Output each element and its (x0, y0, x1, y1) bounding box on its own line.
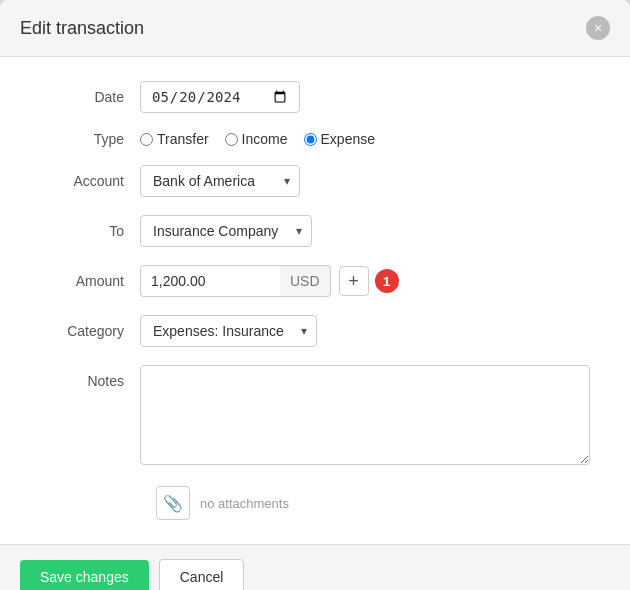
type-row: Type Transfer Income Expense (40, 131, 590, 147)
add-amount-button[interactable]: + (339, 266, 369, 296)
amount-label: Amount (40, 273, 140, 289)
modal-body: Date Type Transfer Income Expense (0, 57, 630, 544)
category-field-wrapper: Expenses: Insurance Expenses: Other ▾ (140, 315, 590, 347)
category-select-wrapper: Expenses: Insurance Expenses: Other ▾ (140, 315, 317, 347)
date-input[interactable] (140, 81, 300, 113)
type-income-radio[interactable] (225, 133, 238, 146)
no-attachments-text: no attachments (200, 496, 289, 511)
account-row: Account Bank of America Chase Wells Farg… (40, 165, 590, 197)
cancel-button[interactable]: Cancel (159, 559, 245, 590)
modal-title: Edit transaction (20, 18, 144, 39)
type-expense-text: Expense (321, 131, 375, 147)
category-label: Category (40, 323, 140, 339)
currency-label: USD (280, 265, 331, 297)
type-income-text: Income (242, 131, 288, 147)
notes-row: Notes (40, 365, 590, 468)
close-button[interactable]: × (586, 16, 610, 40)
to-select[interactable]: Insurance Company Other (140, 215, 312, 247)
type-income-label[interactable]: Income (225, 131, 288, 147)
to-label: To (40, 223, 140, 239)
notes-field-wrapper (140, 365, 590, 468)
amount-row: Amount USD + 1 (40, 265, 590, 297)
type-radio-group: Transfer Income Expense (140, 131, 590, 147)
account-select[interactable]: Bank of America Chase Wells Fargo (140, 165, 300, 197)
notes-label: Notes (40, 365, 140, 389)
to-row: To Insurance Company Other ▾ (40, 215, 590, 247)
save-button[interactable]: Save changes (20, 560, 149, 590)
modal-header: Edit transaction × (0, 0, 630, 57)
type-transfer-label[interactable]: Transfer (140, 131, 209, 147)
type-expense-radio[interactable] (304, 133, 317, 146)
amount-input[interactable] (140, 265, 280, 297)
amount-input-group: USD + 1 (140, 265, 590, 297)
category-select[interactable]: Expenses: Insurance Expenses: Other (140, 315, 317, 347)
to-select-wrapper: Insurance Company Other ▾ (140, 215, 312, 247)
amount-field-wrapper: USD + 1 (140, 265, 590, 297)
attachment-button[interactable]: 📎 (156, 486, 190, 520)
date-row: Date (40, 81, 590, 113)
type-transfer-text: Transfer (157, 131, 209, 147)
category-row: Category Expenses: Insurance Expenses: O… (40, 315, 590, 347)
account-field-wrapper: Bank of America Chase Wells Fargo ▾ (140, 165, 590, 197)
attachment-row: 📎 no attachments (156, 486, 590, 520)
to-field-wrapper: Insurance Company Other ▾ (140, 215, 590, 247)
notes-textarea[interactable] (140, 365, 590, 465)
modal-footer: Save changes Cancel (0, 544, 630, 590)
amount-badge: 1 (375, 269, 399, 293)
type-label: Type (40, 131, 140, 147)
type-expense-label[interactable]: Expense (304, 131, 375, 147)
edit-transaction-modal: Edit transaction × Date Type Transfer In… (0, 0, 630, 590)
date-field-wrapper (140, 81, 590, 113)
account-label: Account (40, 173, 140, 189)
account-select-wrapper: Bank of America Chase Wells Fargo ▾ (140, 165, 300, 197)
paperclip-icon: 📎 (163, 494, 183, 513)
date-label: Date (40, 89, 140, 105)
type-transfer-radio[interactable] (140, 133, 153, 146)
